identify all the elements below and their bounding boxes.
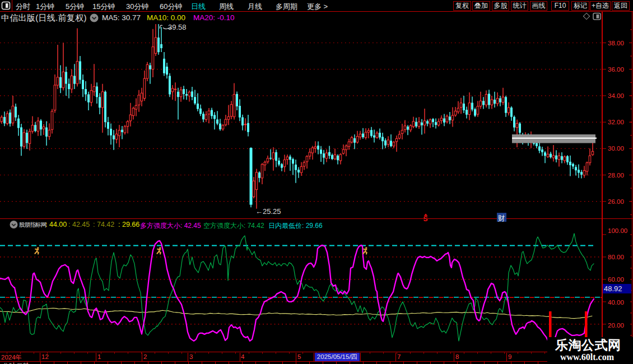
- svg-text:40.00: 40.00: [608, 299, 624, 306]
- svg-text:30.00: 30.00: [608, 145, 624, 152]
- svg-text:28.00: 28.00: [608, 172, 624, 179]
- svg-text:26.00: 26.00: [608, 198, 624, 205]
- svg-text:20.00: 20.00: [608, 322, 624, 329]
- svg-text:34.00: 34.00: [608, 92, 624, 99]
- svg-text:S: S: [423, 215, 428, 223]
- svg-text:80.00: 80.00: [608, 254, 624, 260]
- svg-text:60.00: 60.00: [608, 276, 624, 283]
- svg-text:39.58: 39.58: [168, 23, 187, 31]
- svg-text:36.00: 36.00: [608, 66, 624, 73]
- svg-text:←25.25: ←25.25: [255, 207, 281, 216]
- svg-text:32.00: 32.00: [608, 119, 624, 125]
- svg-text:财: 财: [498, 214, 505, 222]
- svg-text:38.00: 38.00: [608, 40, 624, 46]
- svg-text:100.00: 100.00: [608, 227, 627, 234]
